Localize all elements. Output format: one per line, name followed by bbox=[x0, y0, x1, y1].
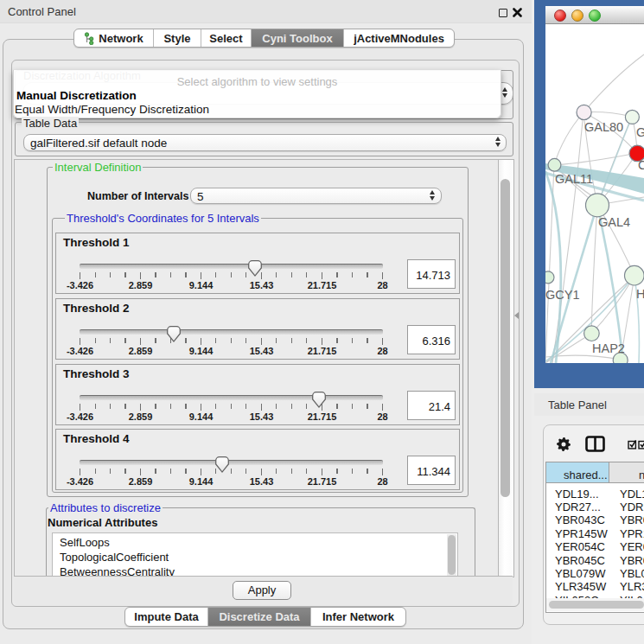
svg-text:GAL11: GAL11 bbox=[555, 172, 593, 186]
svg-text:GAL80: GAL80 bbox=[584, 120, 623, 134]
svg-text:C: C bbox=[638, 158, 644, 172]
svg-text:GAL4: GAL4 bbox=[598, 215, 630, 229]
svg-text:GA: GA bbox=[636, 125, 644, 139]
svg-text:H: H bbox=[636, 287, 644, 301]
svg-text:HAP2: HAP2 bbox=[592, 341, 625, 355]
svg-text:GCY1: GCY1 bbox=[545, 288, 580, 302]
